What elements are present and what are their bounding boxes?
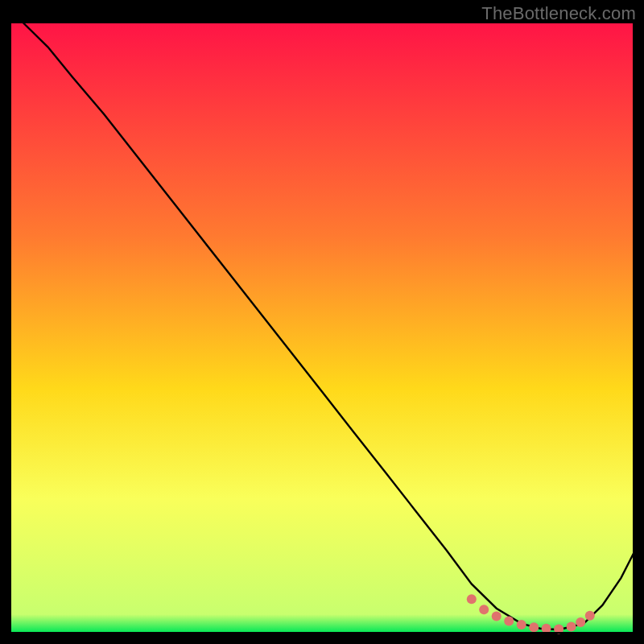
optimal-marker <box>467 594 477 604</box>
chart-stage: TheBottleneck.com <box>0 0 644 644</box>
optimal-marker <box>542 624 551 634</box>
optimal-marker <box>567 621 576 631</box>
optimal-marker <box>529 622 539 632</box>
watermark-text: TheBottleneck.com <box>481 3 636 24</box>
optimal-marker <box>504 617 514 626</box>
optimal-marker <box>492 612 502 621</box>
optimal-marker <box>585 611 595 621</box>
optimal-marker <box>517 620 526 630</box>
optimal-marker <box>479 605 489 614</box>
optimal-marker <box>576 617 585 627</box>
bottleneck-chart <box>0 0 644 644</box>
